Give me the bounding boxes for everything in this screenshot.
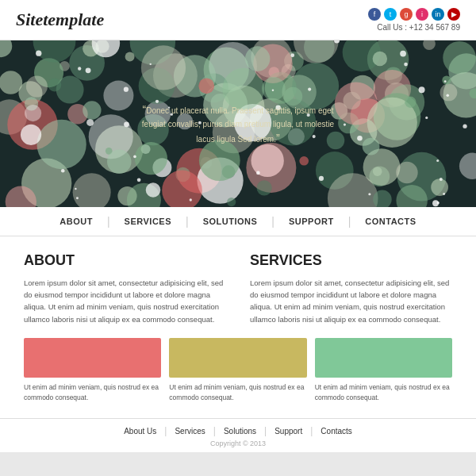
box-caption-3: Ut enim ad minim veniam, quis nostrud ex… xyxy=(315,382,452,403)
box-caption-2: Ut enim ad minim veniam, quis nostrud ex… xyxy=(169,382,306,403)
box-caption-1: Ut enim ad minim veniam, quis nostrud ex… xyxy=(24,382,161,403)
footer-nav: About Us | Services | Solutions | Suppor… xyxy=(0,418,476,440)
main-content: ABOUT Lorem ipsum dolor sit amet, consec… xyxy=(0,236,476,418)
twitter-icon[interactable]: t xyxy=(384,8,397,21)
color-box-green xyxy=(315,338,452,378)
about-column: ABOUT Lorem ipsum dolor sit amet, consec… xyxy=(24,252,226,325)
google-icon[interactable]: g xyxy=(400,8,413,21)
call-text: Call Us : +12 34 567 89 xyxy=(377,23,460,32)
footer-about[interactable]: About Us xyxy=(116,427,164,436)
main-nav: ABOUT | SERVICES | SOLUTIONS | SUPPORT |… xyxy=(0,207,476,236)
header-right: f t g i in ▶ Call Us : +12 34 567 89 xyxy=(368,8,460,32)
box-item-3: Ut enim ad minim veniam, quis nostrud ex… xyxy=(315,338,452,403)
linkedin-icon[interactable]: in xyxy=(432,8,444,21)
box-item-2: Ut enim ad minim veniam, quis nostrud ex… xyxy=(169,338,306,403)
site-header: Sitetemplate f t g i in ▶ Call Us : +12 … xyxy=(0,0,476,40)
services-text: Lorem ipsum dolor sit amet, consectetur … xyxy=(250,277,452,325)
color-boxes-row: Ut enim ad minim veniam, quis nostrud ex… xyxy=(24,338,452,403)
nav-support[interactable]: SUPPORT xyxy=(274,217,348,226)
footer-copyright: Copyright © 2013 xyxy=(0,440,476,452)
nav-services[interactable]: SERVICES xyxy=(110,217,186,226)
nav-about[interactable]: ABOUT xyxy=(45,217,107,226)
site-logo: Sitetemplate xyxy=(16,10,104,30)
hero-quote: Donec ut placerat nulla. Praesent sagitt… xyxy=(135,102,341,147)
footer-services[interactable]: Services xyxy=(167,427,213,436)
hero-banner: Donec ut placerat nulla. Praesent sagitt… xyxy=(0,40,476,207)
nav-solutions[interactable]: SOLUTIONS xyxy=(189,217,272,226)
color-box-yellow xyxy=(169,338,306,378)
footer-support[interactable]: Support xyxy=(267,427,310,436)
about-text: Lorem ipsum dolor sit amet, consectetur … xyxy=(24,277,226,325)
color-box-red xyxy=(24,338,161,378)
content-columns: ABOUT Lorem ipsum dolor sit amet, consec… xyxy=(24,252,452,325)
box-item-1: Ut enim ad minim veniam, quis nostrud ex… xyxy=(24,338,161,403)
social-icons-row: f t g i in ▶ xyxy=(368,8,460,21)
services-column: SERVICES Lorem ipsum dolor sit amet, con… xyxy=(250,252,452,325)
facebook-icon[interactable]: f xyxy=(368,8,381,21)
youtube-icon[interactable]: ▶ xyxy=(447,8,460,21)
services-title: SERVICES xyxy=(250,252,452,269)
footer-contacts[interactable]: Contacts xyxy=(313,427,359,436)
nav-contacts[interactable]: CONTACTS xyxy=(351,217,430,226)
instagram-icon[interactable]: i xyxy=(416,8,428,21)
about-title: ABOUT xyxy=(24,252,226,269)
footer-solutions[interactable]: Solutions xyxy=(216,427,264,436)
